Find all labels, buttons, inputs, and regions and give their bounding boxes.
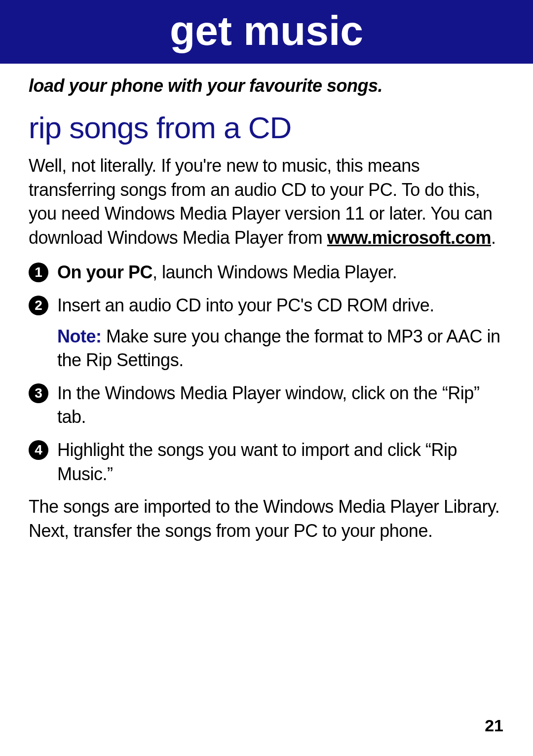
step-text: Insert an audio CD into your PC's CD ROM… — [57, 295, 434, 315]
step-body: Insert an audio CD into your PC's CD ROM… — [57, 294, 504, 373]
step-bullet-2: 2 — [29, 296, 48, 315]
link-microsoft[interactable]: www.microsoft.com — [327, 227, 491, 248]
content-area: load your phone with your favourite song… — [0, 64, 533, 543]
subtitle: load your phone with your favourite song… — [29, 76, 504, 96]
page-number: 21 — [485, 716, 503, 735]
list-item: 4 Highlight the songs you want to import… — [29, 438, 504, 486]
step-body: On your PC, launch Windows Media Player. — [57, 261, 504, 285]
header-band: get music — [0, 0, 533, 64]
list-item: 3 In the Windows Media Player window, cl… — [29, 381, 504, 429]
step-bullet-4: 4 — [29, 440, 48, 460]
step-bullet-3: 3 — [29, 383, 48, 403]
step-text: Highlight the songs you want to import a… — [57, 440, 457, 484]
steps-list: 1 On your PC, launch Windows Media Playe… — [29, 261, 504, 486]
step-text: In the Windows Media Player window, clic… — [57, 383, 479, 427]
page-title: get music — [0, 7, 533, 55]
step-lead-bold: On your PC — [57, 262, 152, 282]
step-bullet-1: 1 — [29, 263, 48, 282]
intro-text-after: . — [491, 227, 496, 248]
step-body: In the Windows Media Player window, clic… — [57, 381, 504, 429]
outro-paragraph: The songs are imported to the Windows Me… — [29, 495, 504, 543]
intro-paragraph: Well, not literally. If you're new to mu… — [29, 154, 504, 250]
note-label: Note: — [57, 326, 102, 346]
list-item: 2 Insert an audio CD into your PC's CD R… — [29, 294, 504, 373]
step-lead-rest: , launch Windows Media Player. — [152, 262, 397, 282]
note-text: Make sure you change the format to MP3 o… — [57, 326, 500, 371]
list-item: 1 On your PC, launch Windows Media Playe… — [29, 261, 504, 285]
section-heading: rip songs from a CD — [29, 110, 504, 145]
step-body: Highlight the songs you want to import a… — [57, 438, 504, 486]
step-note: Note: Make sure you change the format to… — [57, 325, 504, 373]
